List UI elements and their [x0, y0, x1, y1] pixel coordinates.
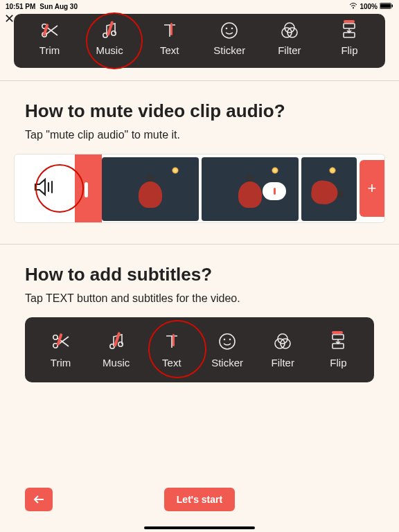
- status-date: Sun Aug 30: [39, 3, 78, 10]
- music-icon: [107, 332, 126, 351]
- scissors-icon: [40, 21, 60, 40]
- flip-icon: [328, 332, 348, 351]
- text-icon: [162, 332, 181, 351]
- svg-point-9: [227, 28, 227, 28]
- tool-label: Filter: [278, 44, 301, 56]
- tool-sticker[interactable]: Sticker: [202, 332, 254, 369]
- tool-label: Sticker: [213, 44, 245, 56]
- divider: [0, 244, 399, 245]
- filter-icon: [280, 21, 299, 40]
- tool-label: Text: [160, 44, 179, 56]
- close-button[interactable]: ✕: [4, 12, 15, 25]
- tool-label: Sticker: [211, 357, 243, 369]
- timeline-mute-illustration: +: [14, 154, 385, 223]
- add-clip-button[interactable]: +: [360, 160, 384, 217]
- status-time: 10:51 PM: [6, 3, 35, 10]
- clip-thumbnail[interactable]: [301, 157, 357, 221]
- wifi-icon: [349, 3, 357, 10]
- status-bar: 10:51 PM Sun Aug 30 100%: [0, 0, 399, 11]
- svg-point-20: [220, 334, 235, 349]
- svg-point-22: [230, 339, 231, 339]
- divider: [0, 80, 399, 81]
- tool-label: Trim: [39, 44, 60, 56]
- svg-rect-26: [332, 335, 344, 339]
- arrow-left-icon: [33, 495, 45, 504]
- speaker-mute-icon[interactable]: [33, 176, 57, 201]
- tool-label: Music: [103, 357, 130, 369]
- svg-point-16: [53, 335, 57, 339]
- section-title: How to mute video clip audio?: [25, 100, 374, 122]
- section-mute: How to mute video clip audio? Tap "mute …: [0, 100, 399, 141]
- tool-flip[interactable]: Flip: [312, 332, 364, 369]
- tool-label: Trim: [51, 357, 71, 369]
- tool-label: Flip: [341, 44, 357, 56]
- svg-rect-2: [380, 3, 391, 8]
- tool-filter[interactable]: Filter: [257, 332, 309, 369]
- bottom-bar: Let's start: [0, 486, 399, 513]
- smiley-icon: [220, 21, 239, 40]
- tool-text[interactable]: Text: [145, 332, 197, 369]
- battery-percent: 100%: [360, 3, 378, 10]
- tool-sticker[interactable]: Sticker: [204, 21, 256, 56]
- home-indicator: [144, 526, 255, 529]
- clip-thumbnail[interactable]: [102, 157, 199, 221]
- section-body: Tap "mute clip audio" to mute it.: [25, 129, 374, 141]
- smiley-icon: [218, 332, 237, 351]
- tool-music[interactable]: Music: [84, 21, 136, 56]
- toolbar-text-example: Trim Music Text Sticker: [25, 317, 374, 382]
- tool-label: Flip: [330, 357, 346, 369]
- battery-icon: [380, 3, 393, 10]
- scissors-icon: [51, 332, 71, 351]
- tool-flip[interactable]: Flip: [323, 21, 375, 56]
- filter-icon: [273, 332, 292, 351]
- tool-music[interactable]: Music: [90, 332, 142, 369]
- music-icon: [100, 21, 119, 40]
- section-title: How to add subtitles?: [25, 264, 374, 285]
- tool-label: Filter: [272, 357, 294, 369]
- section-body: Tap TEXT button and subtitles for the vi…: [25, 292, 374, 305]
- section-subtitles: How to add subtitles? Tap TEXT button an…: [0, 264, 399, 305]
- svg-rect-3: [392, 4, 393, 7]
- tool-trim[interactable]: Trim: [24, 21, 76, 56]
- svg-point-10: [232, 28, 233, 28]
- text-icon: [160, 21, 179, 40]
- tool-filter[interactable]: Filter: [263, 21, 315, 56]
- svg-rect-14: [344, 24, 355, 28]
- tool-label: Text: [162, 357, 181, 369]
- back-button[interactable]: [25, 488, 53, 511]
- toolbar-music-example: Trim Music Text Sticker: [14, 14, 385, 68]
- timeline-accent: [75, 154, 102, 222]
- tool-trim[interactable]: Trim: [35, 332, 87, 369]
- svg-point-8: [222, 23, 237, 38]
- start-button[interactable]: Let's start: [164, 488, 235, 511]
- flip-icon: [339, 21, 359, 40]
- tool-text[interactable]: Text: [143, 21, 195, 56]
- tool-label: Music: [96, 44, 123, 56]
- pause-pill-icon[interactable]: [263, 182, 286, 200]
- svg-point-21: [224, 339, 225, 339]
- clip-thumbnail[interactable]: [202, 157, 299, 221]
- svg-point-0: [353, 8, 355, 9]
